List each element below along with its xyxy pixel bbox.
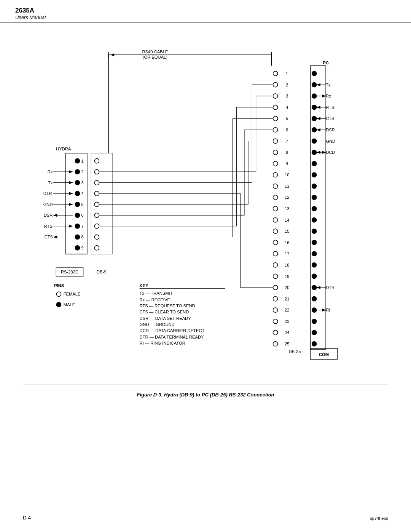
diagram-inner: text { font-family: Arial, Helvetica, sa… (31, 42, 380, 377)
cable-label: RS40 CABLE (142, 50, 168, 54)
pc-pin-1-num: 1 (286, 71, 288, 76)
pc-pin-1-female (273, 71, 277, 76)
pc-pin-24-num: 24 (285, 330, 289, 335)
pc-pin-7-num: 7 (286, 139, 288, 144)
pc-pin-17-male (312, 251, 316, 256)
svg-marker-32 (317, 128, 320, 131)
pc-pin-2-num: 2 (286, 83, 288, 87)
pc-pin-3-male (312, 94, 316, 98)
key-tx: Tx — TRANSMIT (140, 291, 173, 296)
pc-ri-label: RI (326, 308, 330, 312)
svg-marker-37 (317, 286, 320, 289)
key-ri: RI — RING INDICATOR (140, 341, 185, 345)
pc-pin-12-num: 12 (285, 195, 289, 200)
pc-pin-21-male (312, 296, 316, 301)
hydra-pin-5-num: 5 (81, 202, 84, 207)
pc-pin-12-female (273, 195, 277, 200)
hydra-pin-1-num: 1 (81, 159, 84, 163)
hydra-pin-7-male (75, 224, 80, 228)
pc-pin-5-female (273, 116, 277, 121)
diagram-svg: text { font-family: Arial, Helvetica, sa… (31, 42, 380, 377)
pc-pin-22-male (312, 308, 316, 312)
pc-pin-23-male (312, 319, 316, 324)
pc-pin-5-male (312, 116, 316, 121)
rx-label-hydra: Rx (48, 169, 53, 174)
db25-label: DB-25 (289, 349, 301, 354)
svg-marker-24 (317, 83, 320, 86)
pc-pin-18-female (273, 263, 277, 267)
pc-gnd-label: GND (326, 139, 335, 144)
db9-pin-4-female (94, 191, 99, 196)
pc-pin-24-female (273, 330, 277, 335)
key-dcd: DCD — DATA CARRIER DETECT (140, 328, 205, 333)
pc-pin-20-num: 20 (285, 285, 289, 290)
rts-label-hydra: RTS (44, 224, 53, 228)
pc-pin-9-female (273, 161, 277, 166)
hydra-pin-9-num: 9 (81, 246, 84, 250)
pc-pin-23-female (273, 319, 277, 324)
pc-pin-22-num: 22 (285, 308, 289, 312)
page-header: 2635A Users Manual (0, 0, 411, 22)
file-ref: op74f.eps (370, 516, 388, 521)
page-content: text { font-family: Arial, Helvetica, sa… (0, 22, 411, 409)
pc-pin-11-num: 11 (285, 184, 289, 189)
pc-rts-label: RTS (326, 105, 334, 110)
db9-label: DB-9 (97, 270, 107, 274)
pc-pin-21-female (273, 296, 277, 301)
cable-label2: (OR EQUAL) (143, 55, 168, 59)
figure-caption: Figure D-3. Hydra (DB-9) to PC (DB-25) R… (23, 392, 388, 398)
pc-pin-6-num: 6 (286, 128, 288, 132)
pc-pin-16-male (312, 240, 316, 245)
db9-pin-8-female (94, 235, 99, 239)
page-footer: D-4 (23, 515, 31, 521)
pc-pin-25-female (273, 342, 277, 346)
pc-pin-13-male (312, 206, 316, 211)
hydra-pin-4-male (75, 191, 80, 196)
pc-pin-15-num: 15 (285, 229, 289, 233)
pc-pin-18-num: 18 (285, 263, 289, 267)
svg-marker-22 (53, 235, 57, 238)
svg-marker-14 (69, 192, 73, 195)
pc-dcd-label: DCD (326, 150, 335, 155)
hydra-pin-7-num: 7 (81, 224, 84, 228)
hydra-label: HYDRA (56, 147, 71, 151)
svg-marker-39 (322, 308, 326, 312)
pc-pin-4-num: 4 (286, 105, 288, 110)
pc-pin-15-male (312, 229, 316, 233)
svg-marker-10 (69, 170, 73, 173)
db9-pin-5-female (94, 202, 99, 207)
pc-pin-9-male (312, 161, 316, 166)
page-subtitle: Users Manual (15, 14, 396, 20)
pc-pin-17-female (273, 251, 277, 256)
hydra-pin-6-male (75, 213, 80, 217)
cts-label-hydra: CTS (45, 235, 53, 240)
pc-pin-19-num: 19 (285, 274, 289, 279)
pc-pin-16-num: 16 (285, 240, 289, 245)
db9-pin-9-female (94, 246, 99, 250)
hydra-pin-9-male (75, 246, 80, 250)
legend-female-circle (56, 292, 61, 296)
pc-pin-13-num: 13 (285, 206, 289, 211)
legend-male-circle (56, 302, 61, 307)
hydra-pin-8-num: 8 (81, 235, 84, 240)
pc-dsr-label: DSR (326, 128, 335, 132)
page-title: 2635A (15, 7, 396, 14)
pc-pin-15-female (273, 229, 277, 233)
pc-pin-12-male (312, 195, 316, 200)
pc-pin-10-male (312, 173, 316, 177)
legend-male-label: MALE (64, 302, 75, 307)
hydra-pin-8-male (75, 235, 80, 239)
pc-pin-14-female (273, 217, 277, 222)
svg-marker-20 (69, 225, 73, 228)
key-dtr: DTR — DATA TERMINAL READY (140, 335, 204, 339)
diagram-box: text { font-family: Arial, Helvetica, sa… (23, 34, 388, 385)
hydra-pin-3-num: 3 (81, 181, 84, 185)
db9-pin-7-female (94, 224, 99, 228)
dtr-label-hydra: DTR (43, 191, 52, 196)
pc-pin-7-female (273, 139, 277, 143)
pc-pin-3-num: 3 (286, 94, 288, 98)
db9-pin-6-female (94, 213, 99, 217)
hydra-pin-2-male (75, 169, 80, 174)
pc-pin-11-male (312, 184, 316, 189)
pc-pin-10-num: 10 (285, 173, 289, 177)
